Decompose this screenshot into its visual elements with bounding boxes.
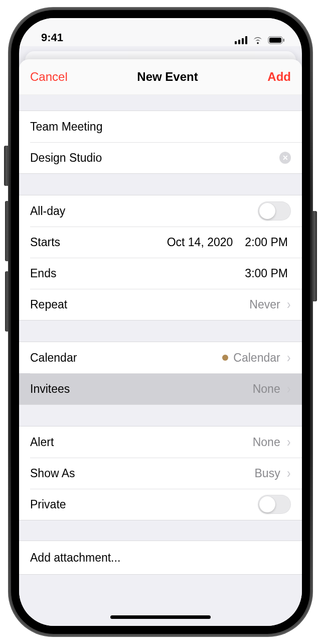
repeat-row[interactable]: Repeat Never › (19, 289, 302, 320)
chevron-right-icon: › (287, 297, 290, 311)
private-label: Private (30, 498, 66, 511)
battery-icon (268, 36, 285, 44)
event-title-row[interactable] (19, 111, 302, 142)
showas-value: Busy (255, 467, 280, 480)
svg-rect-6 (283, 39, 285, 42)
calendar-group: Calendar Calendar › Invitees None › (19, 342, 302, 405)
svg-rect-2 (242, 38, 244, 44)
chevron-right-icon: › (287, 351, 290, 365)
private-toggle[interactable] (258, 495, 291, 514)
alert-row[interactable]: Alert None › (19, 426, 302, 458)
add-button[interactable]: Add (267, 70, 291, 84)
showas-row[interactable]: Show As Busy › (19, 458, 302, 489)
chevron-right-icon: › (287, 435, 290, 449)
calendar-value: Calendar (233, 351, 280, 365)
invitees-row[interactable]: Invitees None › (19, 373, 302, 404)
status-time: 9:41 (41, 31, 63, 44)
title-location-group (19, 111, 302, 174)
sheet-title: New Event (137, 70, 198, 84)
alert-label: Alert (30, 436, 54, 449)
chevron-right-icon: › (287, 466, 290, 480)
showas-label: Show As (30, 467, 75, 480)
allday-toggle[interactable] (258, 201, 291, 221)
chevron-right-icon: › (287, 382, 290, 396)
svg-rect-1 (238, 40, 240, 44)
wifi-icon (252, 36, 264, 44)
add-attachment-label: Add attachment... (30, 551, 120, 565)
alert-value: None (253, 436, 280, 449)
cancel-button[interactable]: Cancel (30, 70, 68, 84)
starts-time: 2:00 PM (245, 236, 288, 249)
clear-location-icon[interactable] (279, 152, 291, 164)
private-row: Private (19, 489, 302, 520)
screen: 9:41 (19, 18, 302, 626)
home-indicator[interactable] (110, 615, 211, 619)
alert-group: Alert None › Show As Busy › Privat (19, 426, 302, 520)
attachment-group: Add attachment... (19, 541, 302, 575)
allday-row: All-day (19, 195, 302, 227)
svg-rect-3 (245, 36, 247, 44)
navbar: Cancel New Event Add (19, 59, 302, 95)
invitees-label: Invitees (30, 382, 70, 396)
event-location-row[interactable] (19, 142, 302, 173)
cellular-icon (235, 36, 248, 44)
add-attachment-row[interactable]: Add attachment... (19, 541, 302, 574)
starts-label: Starts (30, 236, 60, 249)
allday-label: All-day (30, 204, 65, 218)
ends-label: Ends (30, 267, 56, 280)
ends-time: 3:00 PM (245, 267, 288, 280)
repeat-value: Never (249, 298, 280, 311)
invitees-value: None (253, 382, 280, 396)
calendar-label: Calendar (30, 351, 77, 365)
svg-rect-0 (235, 41, 237, 44)
new-event-sheet: Cancel New Event Add (19, 59, 302, 626)
date-group: All-day Starts Oct 14, 2020 2:00 PM Ends (19, 195, 302, 320)
calendar-dot-icon (222, 355, 228, 361)
starts-row[interactable]: Starts Oct 14, 2020 2:00 PM (19, 227, 302, 258)
status-bar: 9:41 (19, 18, 302, 46)
event-title-input[interactable] (30, 120, 291, 134)
ends-row[interactable]: Ends 3:00 PM (19, 258, 302, 289)
svg-rect-5 (269, 38, 281, 43)
starts-date: Oct 14, 2020 (167, 236, 233, 249)
calendar-row[interactable]: Calendar Calendar › (19, 342, 302, 373)
repeat-label: Repeat (30, 298, 67, 311)
event-location-input[interactable] (30, 151, 279, 165)
